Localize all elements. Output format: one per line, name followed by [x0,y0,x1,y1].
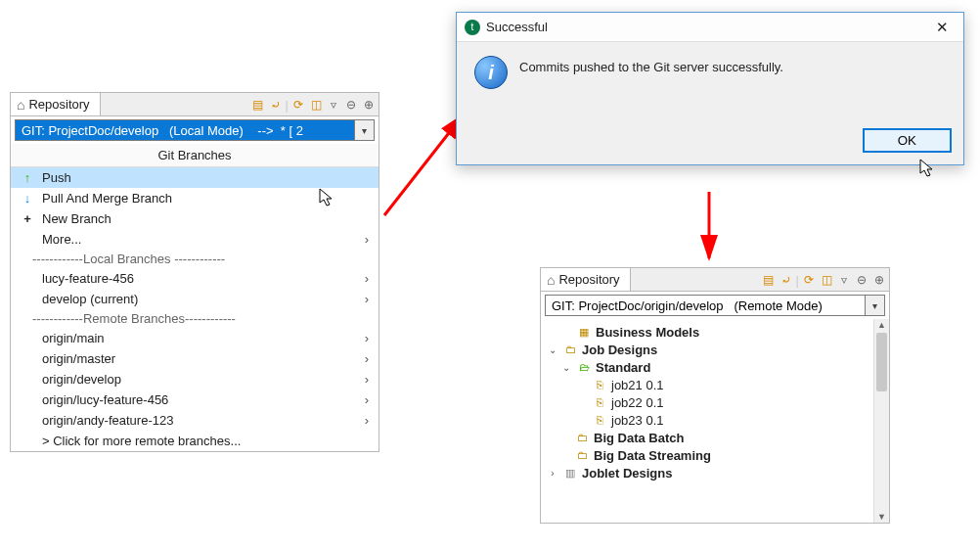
tree-node-job[interactable]: ⎘ job22 0.1 [543,393,887,411]
collapse-all-icon[interactable]: ▤ [250,97,266,113]
branch-selector-dropdown-button[interactable]: ▾ [866,295,885,316]
menu-label: origin/main [21,331,357,345]
minimize-icon[interactable]: ⊖ [343,97,359,113]
separator: | [286,98,289,113]
chevron-right-icon: › [365,292,369,306]
joblet-icon: ▥ [562,465,578,481]
menu-item-remote-branch[interactable]: origin/develop › [11,369,379,390]
close-button[interactable]: ✕ [928,19,956,36]
branch-selector[interactable] [545,295,866,316]
view-menu-icon[interactable]: ▿ [836,272,852,288]
tree-node-big-data-batch[interactable]: 🗀 Big Data Batch [543,429,887,446]
tab-label: Repository [558,272,619,287]
scroll-thumb[interactable] [876,333,887,391]
branch-selector[interactable] [15,119,355,141]
scroll-up-icon[interactable]: ▲ [874,320,889,330]
branch-selector-row: ▾ [11,116,379,144]
tree-label: job21 0.1 [611,378,664,392]
ok-button[interactable]: OK [863,128,952,153]
dialog-button-row: OK [457,120,963,164]
dialog-title: Successful [480,20,928,34]
menu-item-pull-merge[interactable]: ↓ Pull And Merge Branch [11,188,379,208]
tree-node-business-models[interactable]: ▦ Business Models [543,323,887,341]
tree-node-job[interactable]: ⎘ job23 0.1 [543,411,887,429]
chevron-down-icon: ▾ [362,125,367,136]
menu-item-push[interactable]: ↑ Push [11,167,379,188]
folder-open-icon: 🗁 [576,359,592,375]
scrollbar[interactable]: ▲ ▼ [873,319,889,523]
scroll-down-icon[interactable]: ▼ [874,512,889,522]
menu-item-local-branch[interactable]: lucy-feature-456 › [11,268,379,289]
minimize-icon[interactable]: ⊖ [854,272,869,288]
plus-icon: + [21,211,34,226]
git-branches-header: Git Branches [11,144,379,167]
expand-toggle-icon[interactable]: ⌄ [547,344,558,355]
menu-label: Pull And Merge Branch [42,191,369,206]
home-icon [17,97,24,113]
tree-label: Job Designs [582,343,657,357]
tree-node-standard[interactable]: ⌄ 🗁 Standard [543,358,887,376]
menu-item-more[interactable]: More... › [11,229,379,250]
remote-branches-header: ------------Remote Branches------------ [11,309,379,328]
folder-icon: 🗀 [574,447,590,463]
folder-icon: 🗀 [574,430,590,445]
models-icon: ▦ [576,324,592,340]
refresh-icon[interactable]: ⤾ [268,97,284,113]
maximize-icon[interactable]: ⊕ [361,97,377,113]
tree-label: Joblet Designs [582,466,672,481]
tree-label: Business Models [596,325,699,340]
arrow-down-icon: ↓ [21,191,34,206]
menu-item-remote-branch[interactable]: origin/lucy-feature-456 › [11,390,379,410]
folder-icon: 🗀 [562,342,578,357]
menu-item-local-branch-current[interactable]: develop (current) › [11,289,379,309]
tree-label: job22 0.1 [611,395,664,410]
section-label: ------------Local Branches ------------ [11,252,379,266]
sync-icon[interactable]: ⟳ [290,97,306,113]
tab-label: Repository [28,97,89,112]
filter-icon[interactable]: ◫ [819,272,834,288]
menu-item-more-remote[interactable]: > Click for more remote branches... [11,431,379,451]
dialog-body: i Commits pushed to the Git server succe… [457,42,963,120]
repository-tab[interactable]: Repository [541,268,631,291]
menu-label: develop (current) [21,292,357,306]
repository-panel-left: Repository ▤ ⤾ | ⟳ ◫ ▿ ⊖ ⊕ ▾ Git Branche… [10,92,379,452]
job-icon: ⎘ [592,394,607,410]
tree-node-job[interactable]: ⎘ job21 0.1 [543,376,887,393]
tree-label: job23 0.1 [611,413,664,428]
tree-label: Big Data Batch [594,431,684,445]
info-icon: i [474,56,508,89]
chevron-right-icon: › [365,271,369,286]
sync-icon[interactable]: ⟳ [801,272,817,288]
menu-label: > Click for more remote branches... [21,434,369,448]
flow-arrow-icon [694,190,724,268]
dialog-message: Commits pushed to the Git server success… [519,56,783,74]
maximize-icon[interactable]: ⊕ [871,272,887,288]
repository-tab[interactable]: Repository [11,93,101,115]
menu-item-remote-branch[interactable]: origin/main › [11,328,379,348]
repository-tree: ▦ Business Models ⌄ 🗀 Job Designs ⌄ 🗁 St… [541,319,889,523]
separator: | [796,273,799,288]
menu-item-remote-branch[interactable]: origin/master › [11,348,379,369]
app-icon: t [465,20,480,35]
menu-label: Push [42,170,369,185]
menu-item-remote-branch[interactable]: origin/andy-feature-123 › [11,410,379,431]
chevron-down-icon: ▾ [872,300,877,311]
menu-item-new-branch[interactable]: + New Branch [11,208,379,229]
tree-node-big-data-streaming[interactable]: 🗀 Big Data Streaming [543,446,887,464]
expand-toggle-icon[interactable]: › [547,468,558,479]
filter-icon[interactable]: ◫ [308,97,324,113]
section-label: ------------Remote Branches------------ [11,311,379,326]
svg-line-0 [384,115,463,215]
tree-label: Standard [596,360,650,375]
collapse-all-icon[interactable]: ▤ [761,272,777,288]
chevron-right-icon: › [365,413,369,428]
repository-panel-right: Repository ▤ ⤾ | ⟳ ◫ ▿ ⊖ ⊕ ▾ ▦ Business … [540,267,890,524]
tree-node-job-designs[interactable]: ⌄ 🗀 Job Designs [543,341,887,358]
menu-label: lucy-feature-456 [21,271,357,286]
job-icon: ⎘ [592,377,607,392]
tree-node-joblet-designs[interactable]: › ▥ Joblet Designs [543,464,887,481]
expand-toggle-icon[interactable]: ⌄ [560,362,572,373]
refresh-icon[interactable]: ⤾ [779,272,794,288]
branch-selector-dropdown-button[interactable]: ▾ [355,119,375,141]
view-menu-icon[interactable]: ▿ [326,97,341,113]
